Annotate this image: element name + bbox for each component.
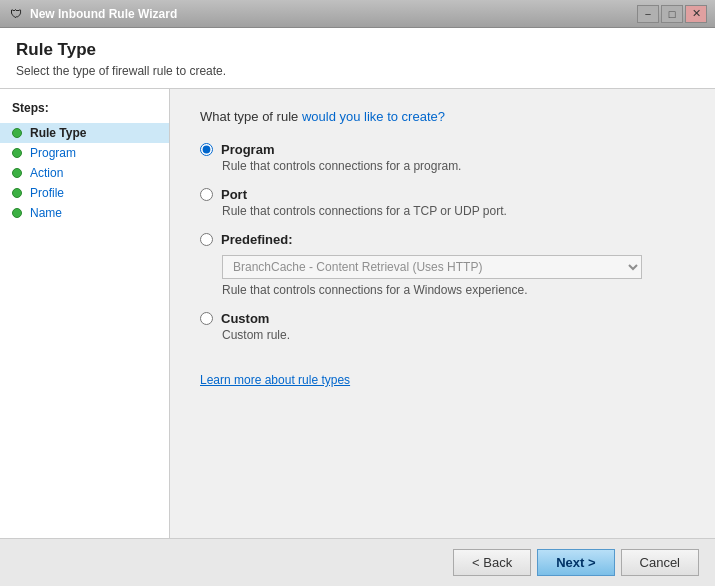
option-custom-desc: Custom rule. — [222, 328, 685, 342]
sidebar-item-profile[interactable]: Profile — [0, 183, 169, 203]
wizard-header: Rule Type Select the type of firewall ru… — [0, 28, 715, 89]
option-group: Program Rule that controls connections f… — [200, 142, 685, 342]
radio-port[interactable] — [200, 188, 213, 201]
option-custom: Custom Custom rule. — [200, 311, 685, 342]
back-button[interactable]: < Back — [453, 549, 531, 576]
radio-program[interactable] — [200, 143, 213, 156]
page-title: Rule Type — [16, 40, 699, 60]
sidebar-label-rule-type: Rule Type — [30, 126, 86, 140]
learn-more-container: Learn more about rule types — [200, 372, 685, 387]
radio-custom[interactable] — [200, 312, 213, 325]
steps-label: Steps: — [0, 101, 169, 123]
close-button[interactable]: ✕ — [685, 5, 707, 23]
minimize-button[interactable]: − — [637, 5, 659, 23]
option-program-desc: Rule that controls connections for a pro… — [222, 159, 685, 173]
sidebar-label-name: Name — [30, 206, 62, 220]
question-text: What type of rule would you like to crea… — [200, 109, 685, 124]
page-subtitle: Select the type of firewall rule to crea… — [16, 64, 699, 78]
option-program-row: Program — [200, 142, 685, 157]
sidebar-item-rule-type[interactable]: Rule Type — [0, 123, 169, 143]
sidebar-label-action: Action — [30, 166, 63, 180]
option-port: Port Rule that controls connections for … — [200, 187, 685, 218]
sidebar-item-action[interactable]: Action — [0, 163, 169, 183]
option-custom-label[interactable]: Custom — [221, 311, 269, 326]
step-dot-profile — [12, 188, 22, 198]
title-bar-icon: 🛡 — [8, 6, 24, 22]
sidebar-label-program: Program — [30, 146, 76, 160]
sidebar-item-program[interactable]: Program — [0, 143, 169, 163]
wizard-main: What type of rule would you like to crea… — [170, 89, 715, 538]
option-predefined-label[interactable]: Predefined: — [221, 232, 293, 247]
option-port-desc: Rule that controls connections for a TCP… — [222, 204, 685, 218]
next-button[interactable]: Next > — [537, 549, 614, 576]
learn-more-link[interactable]: Learn more about rule types — [200, 373, 350, 387]
option-custom-row: Custom — [200, 311, 685, 326]
step-dot-program — [12, 148, 22, 158]
question-highlight: would you like to create? — [302, 109, 445, 124]
wizard-container: Rule Type Select the type of firewall ru… — [0, 28, 715, 586]
step-dot-rule-type — [12, 128, 22, 138]
sidebar-label-profile: Profile — [30, 186, 64, 200]
wizard-sidebar: Steps: Rule Type Program Action Profile … — [0, 89, 170, 538]
radio-predefined[interactable] — [200, 233, 213, 246]
option-predefined: Predefined: BranchCache - Content Retrie… — [200, 232, 685, 297]
title-bar-controls: − □ ✕ — [637, 5, 707, 23]
wizard-footer: < Back Next > Cancel — [0, 538, 715, 586]
sidebar-item-name[interactable]: Name — [0, 203, 169, 223]
option-program-label[interactable]: Program — [221, 142, 274, 157]
step-dot-name — [12, 208, 22, 218]
maximize-button[interactable]: □ — [661, 5, 683, 23]
predefined-select-container: BranchCache - Content Retrieval (Uses HT… — [222, 255, 685, 279]
option-program: Program Rule that controls connections f… — [200, 142, 685, 173]
step-dot-action — [12, 168, 22, 178]
wizard-body: Steps: Rule Type Program Action Profile … — [0, 89, 715, 538]
title-bar: 🛡 New Inbound Rule Wizard − □ ✕ — [0, 0, 715, 28]
option-predefined-row: Predefined: — [200, 232, 685, 247]
option-port-label[interactable]: Port — [221, 187, 247, 202]
option-port-row: Port — [200, 187, 685, 202]
option-predefined-desc: Rule that controls connections for a Win… — [222, 283, 685, 297]
cancel-button[interactable]: Cancel — [621, 549, 699, 576]
predefined-dropdown[interactable]: BranchCache - Content Retrieval (Uses HT… — [222, 255, 642, 279]
title-bar-title: New Inbound Rule Wizard — [30, 7, 637, 21]
